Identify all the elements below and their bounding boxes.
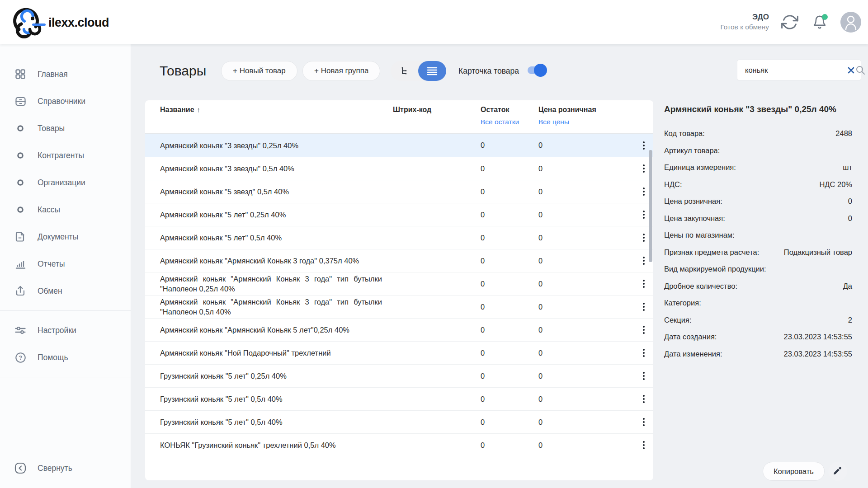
row-menu-kebab-icon[interactable] [640, 185, 647, 198]
edit-button[interactable] [828, 462, 847, 481]
column-header-barcode: Штрих-код [393, 106, 481, 133]
all-stock-link[interactable]: Все остатки [481, 118, 519, 126]
details-field: Единица измерения: шт [664, 159, 852, 176]
row-menu-kebab-icon[interactable] [640, 300, 647, 314]
table-row[interactable]: Армянский коньяк "Армянский Коньяк 5 лет… [145, 318, 653, 341]
share-icon [14, 285, 27, 297]
row-menu-kebab-icon[interactable] [640, 231, 647, 244]
row-menu-kebab-icon[interactable] [640, 162, 647, 175]
sidebar-divider [0, 310, 131, 311]
main-content: Товары + Новый товар + Новая группа Карт… [131, 44, 868, 488]
sidebar-item-контрагенты[interactable]: Контрагенты [0, 142, 131, 169]
details-field: Цена розничная: 0 [664, 193, 852, 210]
avatar[interactable] [840, 12, 861, 33]
row-menu-kebab-icon[interactable] [640, 438, 647, 450]
brand-name: ilexx.cloud [48, 16, 109, 30]
details-field: Дата изменения: 23.03.2023 14:53:55 [664, 346, 852, 363]
column-header-price: Цена розничная [538, 106, 634, 114]
product-details-title: Армянский коньяк "3 звезды" 0,25л 40% [664, 100, 852, 115]
sidebar-item-документы[interactable]: Документы [0, 223, 131, 250]
dot-icon [14, 149, 27, 162]
details-field: Секция: 2 [664, 312, 852, 329]
table-row[interactable]: Армянский коньяк "Ной Подарочный" трехле… [145, 341, 653, 364]
new-item-button[interactable]: + Новый товар [221, 61, 297, 81]
sidebar-item-главная[interactable]: Главная [0, 61, 131, 88]
document-icon [14, 230, 27, 243]
sidebar-item-справочники[interactable]: Справочники [0, 88, 131, 115]
table-row[interactable]: Армянский коньяк "5 лет" 0,5л 40% 0 0 [145, 226, 653, 249]
products-table-card: Название ↑ Штрих-код Остаток Все остатки… [145, 100, 653, 480]
table-row[interactable]: Армянский коньяк "Армянский Коньяк 3 год… [145, 272, 653, 295]
sidebar-item-товары[interactable]: Товары [0, 115, 131, 142]
sidebar-item-помощь[interactable]: ? Помощь [0, 344, 131, 371]
grid-icon [14, 68, 27, 80]
sidebar-item-обмен[interactable]: Обмен [0, 277, 131, 305]
sidebar-item-настройки[interactable]: Настройки [0, 317, 131, 344]
table-row[interactable]: Армянский коньяк "Армянский Коньяк 3 год… [145, 295, 653, 318]
card-toggle-label: Карточка товара [458, 61, 519, 81]
table-row[interactable]: Армянский коньяк "5 лет" 0,25л 40% 0 0 [145, 203, 653, 226]
row-menu-kebab-icon[interactable] [640, 254, 647, 267]
row-menu-kebab-icon[interactable] [640, 346, 647, 360]
dot-icon [14, 122, 27, 135]
table-row[interactable]: Армянский коньяк "5 звезд" 0,5л 40% 0 0 [145, 180, 653, 203]
all-prices-link[interactable]: Все цены [538, 118, 569, 126]
edo-status-block: ЭДО Готов к обмену [720, 12, 769, 32]
new-group-button[interactable]: + Новая группа [302, 61, 380, 81]
row-menu-kebab-icon[interactable] [640, 369, 647, 383]
sidebar-item-кассы[interactable]: Кассы [0, 196, 131, 223]
details-field: Код товара: 2488 [664, 125, 852, 142]
svg-text:?: ? [19, 354, 22, 361]
copy-button[interactable]: Копировать [763, 462, 825, 481]
table-row[interactable]: Грузинский коньяк "5 лет" 0,5л 40% 0 0 [145, 410, 653, 433]
search-icon[interactable] [855, 64, 866, 76]
tree-view-icon[interactable] [391, 61, 418, 81]
details-field: Артикул товара: [664, 142, 852, 160]
logo-link[interactable]: ilexx.cloud [11, 4, 109, 42]
logo-underline [32, 23, 46, 26]
list-view-icon[interactable] [418, 61, 446, 81]
sidebar-item-организации[interactable]: Организации [0, 169, 131, 196]
notifications-bell-icon[interactable] [811, 13, 829, 31]
notification-dot [822, 14, 828, 20]
row-menu-kebab-icon[interactable] [640, 139, 647, 152]
sidebar-collapse-label: Свернуть [38, 464, 72, 473]
table-header: Название ↑ Штрих-код Остаток Все остатки… [145, 100, 653, 134]
switch-knob [534, 64, 547, 77]
details-field: Цены по магазинам: [664, 227, 852, 244]
clear-search-icon[interactable] [847, 64, 855, 76]
table-row[interactable]: Грузинский коньяк "5 лет" 0,5л 40% 0 0 [145, 387, 653, 410]
sidebar-nav: Главная Справочники Товары Контрагенты О… [0, 44, 131, 377]
details-field: Дата создания: 23.03.2023 14:53:55 [664, 328, 852, 346]
view-mode-segmented-control [391, 61, 446, 81]
table-scrollbar[interactable] [649, 150, 652, 262]
sidebar-item-отчеты[interactable]: Отчеты [0, 250, 131, 277]
sidebar-collapse-button[interactable]: Свернуть [0, 455, 131, 482]
row-menu-kebab-icon[interactable] [640, 392, 647, 406]
details-field: Цена закупочная: 0 [664, 210, 852, 227]
table-row[interactable]: Армянский коньяк "3 звезды" 0,5л 40% 0 0 [145, 157, 653, 180]
table-row[interactable]: КОНЬЯК "Грузинский коньяк" трехлетний 0,… [145, 433, 653, 450]
search-input[interactable] [737, 66, 847, 75]
page-title: Товары [160, 61, 206, 81]
row-menu-kebab-icon[interactable] [640, 277, 647, 291]
sync-icon[interactable] [781, 13, 799, 31]
row-menu-kebab-icon[interactable] [640, 323, 647, 337]
row-menu-kebab-icon[interactable] [640, 208, 647, 221]
dot-icon [14, 176, 27, 189]
card-toggle-switch[interactable] [528, 66, 546, 74]
table-row[interactable]: Армянский коньяк "Армянский Коньяк 3 год… [145, 249, 653, 272]
sidebar-divider [0, 377, 131, 377]
edo-status-text: Готов к обмену [720, 23, 769, 32]
chart-icon [14, 258, 27, 270]
dot-icon [14, 203, 27, 216]
product-details-panel: Армянский коньяк "3 звезды" 0,25л 40% Ко… [664, 100, 852, 362]
row-menu-kebab-icon[interactable] [640, 415, 647, 429]
sidebar: Главная Справочники Товары Контрагенты О… [0, 44, 131, 488]
details-field: НДС: НДС 20% [664, 176, 852, 193]
table-row[interactable]: Грузинский коньяк "5 лет" 0,25л 40% 0 0 [145, 364, 653, 387]
help-icon: ? [14, 351, 27, 364]
column-header-name[interactable]: Название ↑ [160, 106, 393, 133]
details-field: Признак предмета расчета: Подакцизный то… [664, 244, 852, 261]
table-row[interactable]: Армянский коньяк "3 звезды" 0,25л 40% 0 … [145, 134, 653, 157]
